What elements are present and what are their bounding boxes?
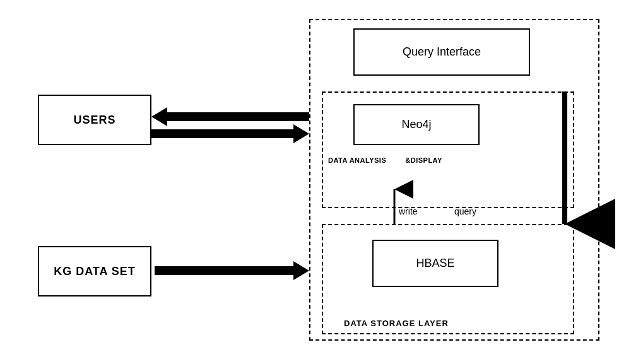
- arrow-left-to-dashed: [151, 124, 309, 143]
- users-box: USERS: [38, 95, 151, 145]
- hbase-box: HBASE: [372, 240, 498, 287]
- kg-dataset-box: KG DATA SET: [38, 246, 151, 296]
- hbase-label: HBASE: [416, 257, 454, 270]
- arrow-right-to-users: [151, 107, 309, 126]
- storage-layer-label: DATA STORAGE LAYER: [344, 319, 449, 328]
- query-interface-label: Query Interface: [403, 45, 481, 59]
- users-label: USERS: [73, 114, 115, 127]
- data-analysis-text: DATA ANALYSIS: [328, 156, 386, 164]
- and-display-text: &DISPLAY: [405, 156, 442, 164]
- neo4j-label: Neo4j: [401, 118, 431, 131]
- kg-dataset-label: KG DATA SET: [54, 265, 136, 278]
- diagram-container: USERS KG DATA SET Query Interface Neo4j …: [0, 0, 631, 364]
- query-interface-box: Query Interface: [353, 28, 530, 76]
- neo4j-box: Neo4j: [353, 104, 480, 145]
- arrow-kg-to-hbase: [155, 261, 309, 280]
- data-analysis-label: DATA ANALYSIS &DISPLAY: [328, 156, 442, 164]
